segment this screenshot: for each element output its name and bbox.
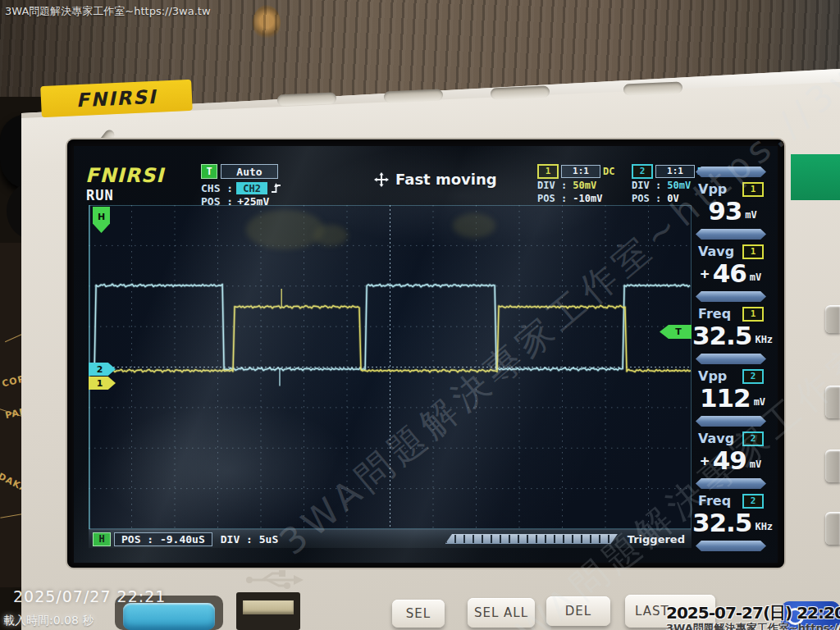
ch1-badge: 1 <box>742 307 764 322</box>
scope-logo: FNIRSI <box>85 164 164 187</box>
oscilloscope-screen: FNIRSI RUN T Auto CHS : CH2 POS : +25mV … <box>74 146 778 563</box>
sidebar-divider <box>696 541 766 551</box>
sel-button-label: SEL <box>406 606 431 621</box>
ch1-pos-label: POS : <box>537 193 567 204</box>
trigger-pos-row: POS : +25mV <box>201 195 269 208</box>
move-arrows-icon <box>374 172 389 187</box>
h-div-readout: DIV : 5uS <box>221 533 278 546</box>
ch2-div-value: 50mV <box>667 180 691 191</box>
trigger-mode-row: T Auto <box>201 164 278 179</box>
trigger-mode-auto[interactable]: Auto <box>221 164 278 179</box>
sidebar-divider <box>696 354 766 364</box>
trigger-status: Triggered <box>628 533 685 546</box>
side-button-2[interactable] <box>825 386 840 418</box>
last-button-label: LAST <box>635 604 669 619</box>
blue-power-button[interactable] <box>123 603 215 630</box>
ch1-div-value: 50mV <box>573 180 596 191</box>
ch2-probe-ratio[interactable]: 1:1 <box>655 165 695 178</box>
del-button[interactable]: DEL <box>546 596 610 626</box>
ch2-pos-label: POS : <box>632 193 661 204</box>
sel-all-button[interactable]: SEL ALL <box>468 598 535 628</box>
measurement-vavg-ch1[interactable]: Vavg 1 +46mV <box>693 240 769 290</box>
usb-port-tongue <box>243 600 294 614</box>
sel-button[interactable]: SEL <box>392 600 445 628</box>
meas-value: 112 <box>700 386 751 410</box>
h-div-value: 5uS <box>259 533 278 546</box>
sidebar-divider <box>696 167 766 177</box>
ch1-coupling[interactable]: DC <box>603 165 614 178</box>
h-position-readout[interactable]: POS : -9.40uS <box>114 532 212 546</box>
sidebar-divider <box>696 229 766 240</box>
sidebar-divider <box>696 416 766 427</box>
meas-label: Freq <box>698 493 731 509</box>
status-hint-text: Fast moving <box>395 171 497 188</box>
meas-unit: mV <box>745 209 756 221</box>
meas-label: Vpp <box>698 181 727 197</box>
meas-label: Vpp <box>698 368 727 384</box>
trigger-source-ch2[interactable]: CH2 <box>236 182 267 194</box>
screen-reflection-blob <box>313 225 348 246</box>
watermark-top-left: 3WA問題解決專家工作室~https://3wa.tw <box>5 4 211 19</box>
ch1-badge[interactable]: 1 <box>537 164 559 179</box>
meas-unit: KHz <box>755 334 773 345</box>
waveform-grid[interactable]: H 2 1 T <box>89 205 692 529</box>
meas-value: 46 <box>713 261 746 285</box>
h-pos-label: POS : <box>121 533 153 546</box>
status-hint: Fast moving <box>374 171 497 188</box>
meas-value: 49 <box>713 448 746 472</box>
ch1-div-label: DIV : <box>537 180 567 191</box>
h-pos-value: -9.40uS <box>160 533 205 546</box>
measurement-vpp-ch2[interactable]: Vpp 2 112mV <box>693 365 769 415</box>
ch2-pos-value: 0V <box>667 193 678 204</box>
meas-sign: + <box>701 265 710 282</box>
trigger-pos-value: +25mV <box>237 195 269 208</box>
rising-edge-icon <box>271 182 281 194</box>
trigger-source-row: CHS : CH2 <box>201 182 281 194</box>
meas-unit: KHz <box>755 521 773 532</box>
measurement-freq-ch2[interactable]: Freq 2 32.5KHz <box>693 490 769 540</box>
sel-all-button-label: SEL ALL <box>474 605 528 620</box>
ch1-badge: 1 <box>742 182 764 197</box>
sidebar-divider <box>696 291 766 302</box>
chs-label: CHS : <box>201 182 233 194</box>
load-time-text: 載入時間:0.08 秒 <box>3 614 94 628</box>
measurement-freq-ch1[interactable]: Freq 1 32.5KHz <box>693 303 769 353</box>
timebase-ruler[interactable] <box>445 534 618 544</box>
wood-knot <box>253 5 281 41</box>
measurement-vavg-ch2[interactable]: Vavg 2 +49mV <box>693 427 769 477</box>
brand-badge-text: FNIRSI <box>75 86 157 111</box>
run-status: RUN <box>86 187 114 203</box>
side-button-1[interactable] <box>825 305 840 333</box>
usb-port <box>236 592 300 630</box>
meas-unit: mV <box>754 396 765 408</box>
trigger-pos-label: POS : <box>201 195 233 208</box>
vent-slot <box>623 81 683 95</box>
trigger-t-badge[interactable]: T <box>201 164 217 179</box>
measurement-vpp-ch1[interactable]: Vpp 1 93mV <box>693 178 769 228</box>
camera-datetime: 2025/07/27 22:21 <box>13 587 166 605</box>
screen-reflection-blob <box>246 210 324 249</box>
measurement-sidebar: Vpp 1 93mV Vavg 1 +46mV Freq 1 32.5KHz V… <box>693 166 769 552</box>
side-button-3[interactable] <box>825 450 840 482</box>
meas-unit: mV <box>750 272 761 283</box>
waveform-plot <box>89 205 692 529</box>
ch2-badge: 2 <box>742 431 764 446</box>
ch1-badge: 1 <box>742 244 764 259</box>
meas-value: 32.5 <box>692 510 752 535</box>
ch1-info-panel[interactable]: 1 1:1 DC DIV : 50mV POS : -10mV <box>537 164 628 205</box>
ch1-probe-ratio[interactable]: 1:1 <box>561 165 600 178</box>
horizontal-status-bar: H POS : -9.40uS DIV : 5uS Triggered <box>89 529 692 548</box>
meas-value: 93 <box>708 199 742 223</box>
meas-label: Vavg <box>698 431 734 446</box>
h-badge[interactable]: H <box>93 532 111 546</box>
side-button-4[interactable] <box>825 512 840 545</box>
meas-sign: + <box>701 452 710 469</box>
meas-unit: mV <box>750 459 761 470</box>
ch2-badge[interactable]: 2 <box>632 164 653 179</box>
del-button-label: DEL <box>565 604 591 619</box>
ch2-div-label: DIV : <box>632 180 661 191</box>
ch1-pos-value: -10mV <box>573 193 602 204</box>
meas-label: Vavg <box>698 244 734 259</box>
meas-label: Freq <box>698 306 731 322</box>
vent-slot <box>277 92 337 106</box>
